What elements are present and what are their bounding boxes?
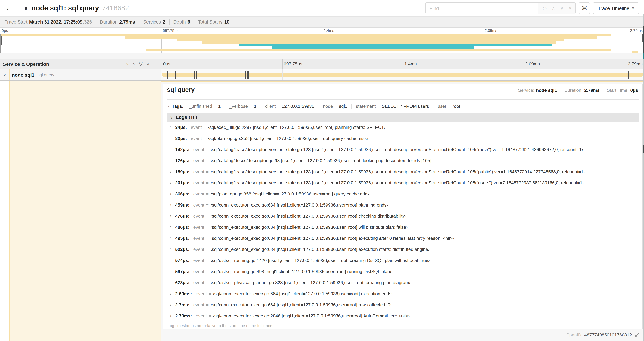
left-column (0, 81, 161, 341)
logs-header[interactable]: ∨ Logs (18) (167, 113, 639, 122)
chevron-right-icon: › (170, 147, 172, 152)
trace-info-value: 2 (163, 20, 165, 25)
minimap-canvas[interactable] (0, 34, 644, 53)
log-field-value: ‹sql/conn_executor_exec.go:684 [nsql1,cl… (210, 235, 454, 241)
find-box: ◎ ∧ ∨ × (425, 3, 576, 14)
span-row: ∨ node sql1 sql query (0, 69, 644, 81)
log-entry[interactable]: ›80μs:event=‹sql/plan_opt.go:358 [nsql1,… (167, 133, 639, 144)
tag-item[interactable]: user=root (434, 103, 464, 109)
column-resizer-grip[interactable] (157, 63, 158, 66)
log-entry[interactable]: ›201μs:event=‹sql/catalog/lease/descript… (167, 177, 639, 188)
collapse-one-icon[interactable]: ∨ (126, 61, 129, 67)
log-entry[interactable]: ›142μs:event=‹sql/catalog/lease/descript… (167, 144, 639, 155)
log-entry[interactable]: ›459μs:event=‹sql/conn_executor_exec.go:… (167, 199, 639, 210)
log-entry[interactable]: ›476μs:event=‹sql/conn_executor_exec.go:… (167, 210, 639, 221)
span-row-name-cell[interactable]: ∨ node sql1 sql query (0, 69, 161, 81)
trace-info-bar: Trace StartMarch 31 2022, 17:25:09.326Du… (0, 16, 644, 28)
link-icon[interactable] (635, 332, 640, 337)
span-meta: Service:node sql1Duration:2.79msStart Ti… (514, 88, 639, 93)
log-entry[interactable]: ›176μs:event=‹sql/catalog/descs/descript… (167, 155, 639, 166)
locate-icon[interactable]: ◎ (543, 6, 547, 11)
minimap-span (147, 49, 611, 51)
log-entry[interactable]: ›2.7ms:event=‹sql/conn_executor_exec.go:… (167, 299, 639, 310)
log-entry[interactable]: ›486μs:event=‹sql/conn_executor_exec.go:… (167, 221, 639, 232)
tag-value: 127.0.0.1:59936 (282, 103, 314, 109)
log-marker (627, 71, 627, 79)
log-marker (225, 71, 225, 79)
minimap-span (125, 36, 597, 39)
trace-id: 7418682 (102, 4, 129, 12)
log-field-value: ‹sql/distsql_physical_planner.go:828 [ns… (210, 280, 410, 285)
log-field-value: ‹sql/exec_util.go:2297 [nsql1,client=127… (208, 125, 386, 130)
span-id-label: SpanID: (566, 332, 582, 337)
log-field-value: ‹sql/catalog/lease/descriptor_version_st… (210, 169, 585, 174)
equals-sign: = (208, 313, 211, 318)
log-field-value: ‹sql/distsql_running.go:498 [nsql1,clien… (210, 269, 392, 274)
log-timestamp: 678μs: (175, 280, 190, 285)
log-entry[interactable]: ›2.79ms:event=‹sql/conn_executor_exec.go… (167, 310, 639, 321)
collapse-all-icon[interactable]: ⋁ (139, 61, 142, 67)
equals-sign: = (204, 136, 206, 141)
chevron-right-icon: › (170, 202, 172, 207)
keyboard-shortcuts-button[interactable]: ⌘ (579, 3, 590, 14)
log-entry[interactable]: ›495μs:event=‹sql/conn_executor_exec.go:… (167, 232, 639, 244)
timeline-tick-label: 1.4ms (404, 61, 417, 67)
span-row-timeline-cell[interactable] (161, 69, 644, 81)
minimap-tick-label: 2.79ms (630, 29, 642, 33)
trace-info-value: March 31 2022, 17:25:09 (29, 20, 82, 25)
trace-info-value: 2.79ms (119, 20, 135, 25)
log-field-value: ‹sql/conn_executor_exec.go:684 [nsql1,cl… (210, 202, 388, 207)
log-timestamp: 176μs: (175, 158, 190, 163)
trace-timeline-dropdown[interactable]: Trace Timeline ∨ (593, 3, 639, 14)
span-bar[interactable] (162, 73, 643, 77)
tag-key: client (265, 103, 276, 109)
log-entry[interactable]: ›34μs:event=‹sql/exec_util.go:2297 [nsql… (167, 122, 639, 133)
tag-item[interactable]: _unfinished=1 (185, 103, 225, 109)
minimap-span (177, 39, 564, 41)
chevron-down-icon[interactable]: ∨ (3, 72, 6, 77)
timeline-gridline (523, 69, 524, 80)
expand-one-icon[interactable]: › (133, 61, 135, 67)
log-field-value: ‹sql/conn_executor_exec.go:684 [nsql1,cl… (210, 224, 408, 230)
log-entry[interactable]: ›678μs:event=‹sql/distsql_physical_plann… (167, 277, 639, 288)
log-entry[interactable]: ›574μs:event=‹sql/distsql_running.go:142… (167, 255, 639, 266)
tag-item[interactable]: client=127.0.0.1:59936 (261, 103, 319, 109)
span-id-footer: SpanID: 4877749850101760812 (161, 329, 644, 341)
detail-panel: sql query Service:node sql1Duration:2.79… (161, 82, 644, 341)
span-detail-title: sql query (167, 86, 194, 94)
log-marker (279, 71, 279, 79)
title-chevron-down-icon[interactable]: ∨ (24, 5, 28, 11)
chevron-right-icon: › (170, 269, 172, 274)
log-timestamp: 201μs: (175, 180, 190, 185)
log-entry[interactable]: ›189μs:event=‹sql/catalog/lease/descript… (167, 166, 639, 177)
log-marker (246, 71, 246, 79)
log-entry[interactable]: ›2.69ms:event=‹sql/conn_executor_exec.go… (167, 288, 639, 299)
log-field-key: event (193, 191, 204, 196)
page-title: node sql1: sql query (32, 4, 99, 12)
tag-item[interactable]: node=sql1 (319, 103, 352, 109)
tags-row[interactable]: › Tags: _unfinished=1_verbose=1client=12… (167, 101, 639, 112)
find-input[interactable] (426, 3, 538, 14)
minimap-span (1, 34, 611, 36)
tag-item[interactable]: _verbose=1 (225, 103, 261, 109)
log-entry[interactable]: ›366μs:event=‹sql/plan_opt.go:358 [nsql1… (167, 188, 639, 199)
log-entry[interactable]: ›502μs:event=‹sql/conn_executor_exec.go:… (167, 244, 639, 255)
log-timestamp: 574μs: (175, 258, 190, 263)
prev-match-icon[interactable]: ∧ (552, 6, 555, 11)
minimap-span (202, 41, 556, 44)
log-timestamp: 189μs: (175, 169, 190, 174)
tag-value: sql1 (339, 103, 347, 109)
log-timestamp: 34μs: (175, 125, 187, 130)
trace-info-value: 6 (188, 20, 190, 25)
chevron-right-icon: › (170, 158, 172, 163)
log-timestamp: 459μs: (175, 202, 190, 207)
log-marker (167, 71, 168, 79)
clear-search-icon[interactable]: × (569, 6, 572, 11)
next-match-icon[interactable]: ∨ (560, 6, 564, 11)
log-timestamp: 2.79ms: (175, 313, 192, 318)
expand-all-icon[interactable]: » (147, 61, 149, 67)
trace-info-item: Depth6 (169, 19, 194, 25)
tag-item[interactable]: statement=SELECT * FROM users (352, 103, 434, 109)
log-entry[interactable]: ›597μs:event=‹sql/distsql_running.go:498… (167, 266, 639, 277)
back-button[interactable]: ← (0, 0, 18, 16)
